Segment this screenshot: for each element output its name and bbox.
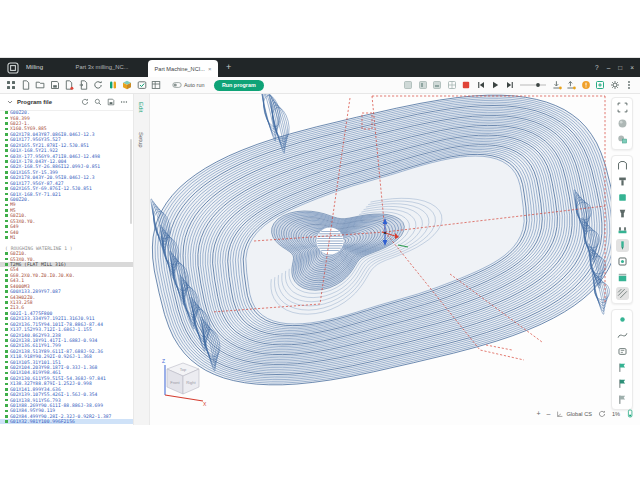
tool-library-icon[interactable]: [108, 80, 118, 90]
download-icon[interactable]: [552, 80, 562, 90]
step-back-icon[interactable]: [476, 80, 486, 90]
line-marker-icon[interactable]: [5, 366, 8, 369]
settings-icon[interactable]: [610, 80, 620, 90]
step-forward-icon[interactable]: [505, 80, 515, 90]
warning-icon[interactable]: [581, 80, 591, 90]
line-marker-icon[interactable]: [5, 198, 8, 201]
coordinate-system-selector[interactable]: Global CS: [556, 410, 592, 418]
part-icon[interactable]: [616, 255, 629, 268]
export-nc-icon[interactable]: [64, 80, 74, 90]
line-marker-icon[interactable]: [5, 258, 8, 261]
line-marker-icon[interactable]: [5, 345, 8, 348]
auto-run-toggle[interactable]: Auto run: [172, 80, 205, 90]
line-marker-icon[interactable]: [5, 252, 8, 255]
line-marker-icon[interactable]: [5, 307, 8, 310]
tool-icon[interactable]: [616, 239, 629, 252]
line-marker-icon[interactable]: [5, 415, 8, 418]
close-button[interactable]: ×: [630, 64, 634, 71]
line-marker-icon[interactable]: [5, 328, 8, 331]
line-marker-icon[interactable]: [5, 339, 8, 342]
tag-icon[interactable]: [616, 345, 629, 358]
save-icon[interactable]: [106, 98, 115, 107]
minimize-button[interactable]: –: [607, 64, 611, 71]
open-folder-icon[interactable]: [35, 80, 45, 90]
line-marker-icon[interactable]: [5, 214, 8, 217]
help-button[interactable]: ?: [595, 64, 599, 71]
line-marker-icon[interactable]: [5, 139, 8, 142]
toolpath-canvas[interactable]: [150, 94, 640, 425]
zoom-in-button[interactable]: +: [536, 410, 540, 417]
curve-icon[interactable]: [616, 329, 629, 342]
line-marker-icon[interactable]: [5, 155, 8, 158]
search-icon[interactable]: [93, 98, 102, 107]
line-marker-icon[interactable]: [5, 361, 8, 364]
line-marker-icon[interactable]: [5, 350, 8, 353]
view-4-icon[interactable]: [447, 80, 457, 90]
run-program-button[interactable]: Run program: [214, 80, 264, 91]
line-marker-icon[interactable]: [5, 204, 8, 207]
more-h-icon[interactable]: [119, 98, 128, 107]
program-line[interactable]: G01X32.981Y100.996F2156: [0, 419, 133, 424]
line-marker-icon[interactable]: [5, 133, 8, 136]
line-marker-icon[interactable]: [5, 122, 8, 125]
shaded-view-icon[interactable]: [616, 117, 629, 130]
line-marker-icon[interactable]: [5, 182, 8, 185]
line-marker-icon[interactable]: [5, 420, 8, 423]
table-view-icon[interactable]: [151, 80, 161, 90]
line-marker-icon[interactable]: [5, 334, 8, 337]
machine-icon[interactable]: [616, 159, 629, 172]
line-marker-icon[interactable]: [5, 317, 8, 320]
line-marker-icon[interactable]: [5, 231, 8, 234]
line-marker-icon[interactable]: [5, 111, 8, 114]
panel-scrollbar[interactable]: [130, 139, 132, 224]
import-icon[interactable]: [79, 80, 89, 90]
close-tab-icon[interactable]: ×: [208, 66, 212, 72]
line-marker-icon[interactable]: [5, 236, 8, 239]
line-marker-icon[interactable]: [5, 160, 8, 163]
simulation-box-icon[interactable]: [137, 80, 147, 90]
line-marker-icon[interactable]: [5, 404, 8, 407]
line-marker-icon[interactable]: [5, 383, 8, 386]
fixture-icon[interactable]: [616, 223, 629, 236]
point-icon[interactable]: [616, 313, 629, 326]
reload-program-icon[interactable]: [93, 80, 103, 90]
stock-cube-icon[interactable]: [616, 191, 629, 204]
mesh-icon[interactable]: [616, 287, 629, 300]
tab-edit[interactable]: Edit: [138, 102, 144, 112]
workpiece-icon[interactable]: [616, 271, 629, 284]
tab-part-machine[interactable]: Part Machine_NCI... ×: [148, 60, 218, 77]
line-marker-icon[interactable]: [5, 117, 8, 120]
line-marker-icon[interactable]: [5, 377, 8, 380]
line-marker-icon[interactable]: [5, 193, 8, 196]
upload-icon[interactable]: [566, 80, 576, 90]
flag-gray-icon[interactable]: [616, 393, 629, 406]
line-marker-icon[interactable]: [5, 323, 8, 326]
line-marker-icon[interactable]: [5, 393, 8, 396]
maximize-button[interactable]: □: [618, 64, 622, 71]
app-menu-milling[interactable]: Milling: [26, 58, 43, 77]
line-marker-icon[interactable]: [5, 410, 8, 413]
loop-icon[interactable]: [598, 410, 606, 418]
tab-setup[interactable]: Setup: [138, 132, 144, 148]
spindle-icon[interactable]: [616, 175, 629, 188]
line-marker-icon[interactable]: [5, 388, 8, 391]
new-file-icon[interactable]: [21, 80, 31, 90]
more-v-icon[interactable]: [624, 80, 634, 90]
line-marker-icon[interactable]: [5, 296, 8, 299]
zoom-out-button[interactable]: –: [547, 410, 551, 417]
apps-icon[interactable]: [6, 80, 16, 90]
line-marker-icon[interactable]: [5, 187, 8, 190]
line-marker-icon[interactable]: [5, 399, 8, 402]
line-marker-icon[interactable]: [5, 171, 8, 174]
line-marker-icon[interactable]: [5, 149, 8, 152]
line-marker-icon[interactable]: [5, 301, 8, 304]
line-marker-icon[interactable]: [5, 279, 8, 282]
orientation-cube[interactable]: Top Front Right Z X: [156, 357, 208, 411]
chevron-down-icon[interactable]: [5, 98, 14, 107]
line-marker-icon[interactable]: [5, 290, 8, 293]
speed-slider[interactable]: [519, 80, 547, 90]
view-3-icon[interactable]: [432, 80, 442, 90]
line-marker-icon[interactable]: [5, 128, 8, 131]
stock-setup-icon[interactable]: [122, 80, 132, 90]
flag-teal2-icon[interactable]: [616, 377, 629, 390]
